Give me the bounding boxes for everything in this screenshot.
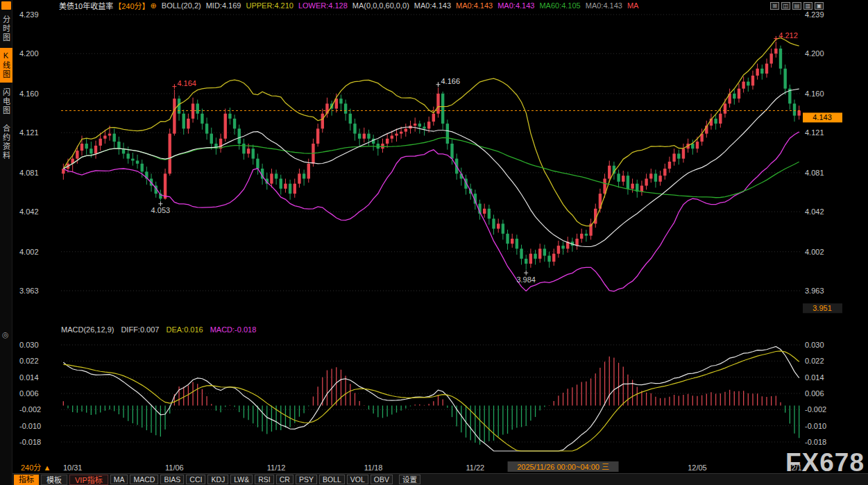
boll-mid-value: MID:4.169: [206, 1, 241, 10]
svg-text:4.002: 4.002: [805, 248, 824, 256]
layout-grid-icon[interactable]: ⊞: [770, 2, 779, 10]
price-chart-canvas[interactable]: 4.2394.2394.2004.2004.1604.1604.1214.121…: [12, 11, 868, 473]
svg-text:0.014: 0.014: [805, 373, 824, 382]
layout-columns-icon[interactable]: ▥: [803, 2, 812, 10]
macd-diff-value: DIFF:0.007: [121, 325, 159, 334]
svg-text:4.166: 4.166: [441, 77, 461, 85]
svg-text:11/12: 11/12: [267, 463, 286, 472]
indicator-button-vol[interactable]: VOL: [347, 475, 368, 484]
settings-button[interactable]: 设置: [399, 475, 420, 484]
macd-macd-value: MACD:-0.018: [210, 325, 257, 334]
svg-text:4.042: 4.042: [805, 207, 824, 216]
sidebar-tab-kline-chart[interactable]: K线图: [0, 48, 12, 83]
layout-split-icon[interactable]: ◫: [781, 2, 790, 10]
layout-rows-icon[interactable]: ▤: [792, 2, 801, 10]
svg-text:-0.010: -0.010: [19, 422, 41, 430]
svg-text:4.200: 4.200: [805, 49, 824, 58]
indicator-button-ma[interactable]: MA: [110, 475, 128, 484]
svg-text:3.963: 3.963: [805, 287, 824, 295]
bottom-toolbar: 指标 模板 VIP指标 MA MACD BIAS CCI KDJ LW& RSI…: [12, 473, 868, 485]
svg-text:-0.002: -0.002: [805, 405, 826, 414]
svg-text:4.143: 4.143: [812, 113, 832, 121]
sidebar-tab-contract-info[interactable]: 合约资料: [0, 121, 12, 164]
layout-quad-icon[interactable]: ▣: [815, 2, 824, 10]
ma-value-3: MA0:4.143: [497, 1, 534, 10]
indicator-button-rsi[interactable]: RSI: [255, 475, 274, 484]
indicator-button-cci[interactable]: CCI: [186, 475, 205, 484]
svg-text:-0.002: -0.002: [19, 405, 41, 414]
svg-text:11/18: 11/18: [364, 463, 383, 472]
svg-text:4.081: 4.081: [19, 169, 39, 177]
macd-header: MACD(26,12,9) DIFF:0.007 DEA:0.016 MACD:…: [61, 325, 256, 334]
macd-params-label: MACD(26,12,9): [61, 325, 114, 334]
svg-text:4.160: 4.160: [805, 90, 824, 98]
ma-truncated-label: MA: [627, 1, 639, 10]
svg-text:4.121: 4.121: [19, 128, 39, 137]
indicator-button-macd[interactable]: MACD: [130, 475, 158, 484]
window-layout-controls: ⊞ ◫ ▤ ▥ ▣: [770, 2, 824, 10]
chart-header: 美债10年收益率 【240分】 ⊕ BOLL(20,2) MID:4.169 U…: [12, 0, 868, 11]
svg-text:4.160: 4.160: [19, 90, 39, 98]
add-indicator-icon[interactable]: ⊕: [151, 1, 157, 10]
app-logo: [1, 1, 11, 10]
svg-text:3.984: 3.984: [516, 275, 536, 284]
svg-text:3.963: 3.963: [19, 287, 39, 295]
svg-text:10/31: 10/31: [63, 463, 83, 472]
target-icon[interactable]: ◎: [2, 330, 9, 339]
boll-upper-value: UPPER:4.210: [246, 1, 293, 10]
svg-text:0.014: 0.014: [19, 373, 39, 382]
svg-text:11/06: 11/06: [165, 463, 184, 472]
svg-text:4.081: 4.081: [805, 169, 824, 177]
period-label: 【240分】: [114, 0, 149, 11]
svg-text:4.002: 4.002: [19, 248, 39, 256]
svg-text:4.121: 4.121: [805, 128, 824, 137]
toolbar-tab-indicators[interactable]: 指标: [14, 475, 39, 485]
indicator-button-boll[interactable]: BOLL: [319, 475, 345, 484]
fx678-watermark: FX678: [785, 448, 865, 477]
sidebar-tab-time-chart[interactable]: 分时图: [0, 12, 12, 46]
svg-text:4.239: 4.239: [19, 11, 39, 19]
svg-text:4.212: 4.212: [778, 31, 798, 40]
indicator-button-kdj[interactable]: KDJ: [207, 475, 228, 484]
boll-lower-value: LOWER:4.128: [298, 1, 348, 10]
svg-text:-0.010: -0.010: [805, 422, 826, 430]
svg-text:-0.018: -0.018: [805, 438, 826, 446]
sidebar-tab-lightning-chart[interactable]: 闪电图: [0, 85, 12, 119]
svg-text:0.022: 0.022: [19, 357, 39, 365]
svg-text:0.006: 0.006: [805, 389, 824, 398]
indicator-button-psy[interactable]: PSY: [296, 475, 317, 484]
svg-text:3.951: 3.951: [812, 304, 832, 312]
svg-text:11/22: 11/22: [466, 463, 484, 472]
svg-text:4.042: 4.042: [19, 207, 39, 216]
indicator-button-cr[interactable]: CR: [276, 475, 293, 484]
boll-params-label: BOLL(20,2): [162, 1, 201, 10]
svg-text:0.006: 0.006: [19, 389, 39, 398]
svg-text:240分 ▲: 240分 ▲: [21, 463, 51, 472]
indicator-button-lwr[interactable]: LW&: [230, 475, 253, 484]
trading-app-window: 分时图 K线图 闪电图 合约资料 ◎ 美债10年收益率 【240分】 ⊕ BOL…: [0, 0, 868, 485]
macd-dea-value: DEA:0.016: [166, 325, 203, 334]
ma-value-2: MA0:4.143: [456, 1, 493, 10]
left-sidebar: 分时图 K线图 闪电图 合约资料 ◎: [0, 0, 12, 485]
svg-text:4.200: 4.200: [19, 49, 39, 58]
ma-value-5: MA0:4.143: [586, 1, 622, 10]
svg-text:4.164: 4.164: [177, 79, 196, 87]
svg-text:2025/11/26 00:00~04:00 三: 2025/11/26 00:00~04:00 三: [517, 463, 609, 471]
svg-text:0.022: 0.022: [805, 357, 824, 365]
instrument-title: 美债10年收益率: [59, 0, 113, 11]
svg-text:12/05: 12/05: [688, 463, 707, 472]
svg-text:4.239: 4.239: [805, 11, 824, 19]
indicator-button-bias[interactable]: BIAS: [160, 475, 184, 484]
ma-value-1: MA0:4.143: [414, 1, 451, 10]
toolbar-tab-templates[interactable]: 模板: [41, 475, 67, 485]
indicator-button-obv[interactable]: OBV: [371, 475, 393, 484]
svg-text:0.030: 0.030: [19, 341, 39, 349]
ma60-value: MA60:4.105: [539, 1, 580, 10]
ma-params-label: MA(0,0,0,60,0,0): [352, 1, 409, 10]
svg-text:0.030: 0.030: [805, 341, 824, 349]
svg-text:-0.018: -0.018: [19, 438, 41, 446]
toolbar-tab-vip-indicators[interactable]: VIP指标: [69, 475, 108, 485]
svg-text:4.053: 4.053: [151, 206, 171, 214]
